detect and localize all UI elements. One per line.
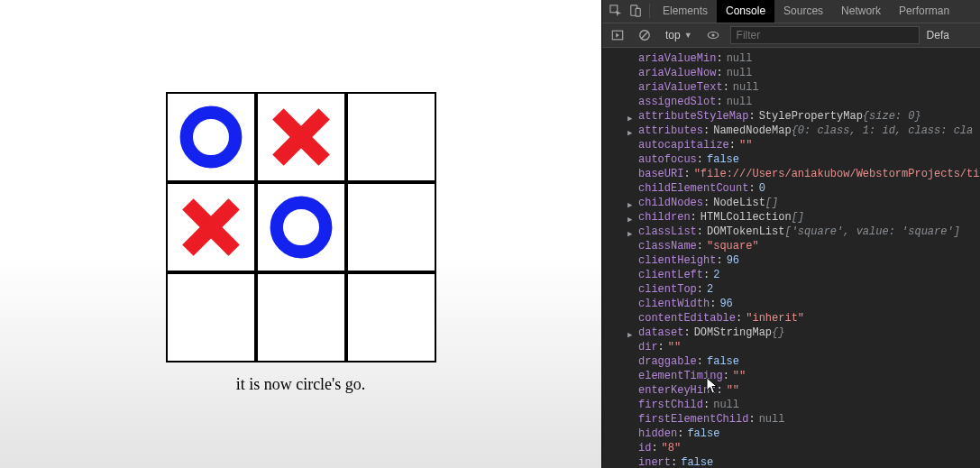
tab-performance[interactable]: Performan — [890, 0, 958, 23]
clear-console-icon[interactable] — [635, 23, 655, 48]
expand-triangle-icon[interactable]: ▶ — [627, 213, 637, 225]
property-key: attributes — [638, 124, 703, 138]
property-row-hidden[interactable]: hidden: false — [602, 427, 980, 441]
property-value-preview: [] — [792, 210, 804, 225]
board-cell-1[interactable] — [256, 92, 346, 182]
board-cell-3[interactable] — [166, 182, 256, 272]
expand-triangle-icon[interactable]: ▶ — [627, 126, 637, 138]
property-row-ariaValueNow[interactable]: ariaValueNow: null — [602, 66, 980, 80]
console-toolbar: top ▼ Defa — [602, 23, 980, 49]
property-key: clientTop — [638, 282, 697, 297]
tab-console[interactable]: Console — [717, 0, 774, 23]
property-value: null — [759, 412, 785, 427]
property-key: autocapitalize — [638, 138, 729, 152]
live-expression-icon[interactable] — [703, 23, 723, 48]
context-selector[interactable]: top ▼ — [662, 29, 696, 41]
board-cell-7[interactable] — [256, 272, 346, 362]
property-value: false — [681, 455, 713, 468]
property-key: clientWidth — [638, 297, 710, 311]
property-row-attributeStyleMap[interactable]: ▶attributeStyleMap: StylePropertyMap {si… — [602, 109, 980, 124]
property-value: 2 — [713, 268, 719, 282]
board-cell-5[interactable] — [346, 182, 436, 272]
tab-sources[interactable]: Sources — [774, 0, 832, 23]
tic-tac-toe-board — [166, 92, 436, 362]
property-value-preview: [] — [765, 196, 778, 210]
game-status-text: it is now circle's go. — [236, 375, 366, 394]
property-key: childNodes — [638, 196, 703, 210]
property-value: false — [707, 354, 739, 369]
board-cell-8[interactable] — [346, 272, 436, 362]
property-value: "square" — [707, 239, 759, 253]
property-value: "" — [668, 340, 681, 354]
property-row-clientLeft[interactable]: clientLeft: 2 — [602, 268, 980, 282]
property-row-classList[interactable]: ▶classList: DOMTokenList ['square', valu… — [602, 225, 980, 239]
console-filter-input[interactable] — [730, 26, 920, 44]
board-cell-2[interactable] — [346, 92, 436, 182]
property-row-clientHeight[interactable]: clientHeight: 96 — [602, 253, 980, 268]
tab-elements[interactable]: Elements — [654, 0, 717, 23]
property-value: "" — [727, 383, 739, 398]
property-key: draggable — [638, 354, 697, 369]
property-row-elementTiming[interactable]: elementTiming: "" — [602, 369, 980, 383]
board-cell-6[interactable] — [166, 272, 256, 362]
property-row-autocapitalize[interactable]: autocapitalize: "" — [602, 138, 980, 152]
property-key: id — [638, 441, 651, 455]
property-row-attributes[interactable]: ▶attributes: NamedNodeMap {0: class, 1: … — [602, 124, 980, 138]
property-value: 96 — [719, 297, 732, 311]
property-value-preview: {size: 0} — [863, 109, 921, 124]
property-key: clientHeight — [638, 253, 716, 268]
property-row-children[interactable]: ▶children: HTMLCollection [] — [602, 210, 980, 225]
inspect-icon[interactable] — [606, 0, 626, 23]
property-row-draggable[interactable]: draggable: false — [602, 354, 980, 369]
property-row-dataset[interactable]: ▶dataset: DOMStringMap {} — [602, 326, 980, 340]
svg-rect-8 — [636, 9, 640, 17]
expand-triangle-icon[interactable]: ▶ — [627, 328, 637, 340]
property-value: 96 — [727, 253, 739, 268]
board-cell-0[interactable] — [166, 92, 256, 182]
property-row-ariaValueText[interactable]: ariaValueText: null — [602, 80, 980, 95]
property-row-firstElementChild[interactable]: firstElementChild: null — [602, 412, 980, 427]
property-key: elementTiming — [638, 369, 723, 383]
board-cell-4[interactable] — [256, 182, 346, 272]
property-key: inert — [638, 455, 671, 468]
toggle-sidebar-icon[interactable] — [608, 23, 627, 48]
property-row-baseURI[interactable]: baseURI: "file:///Users/aniakubow/Websto… — [602, 167, 980, 181]
property-value-preview: {0: class, 1: id, class: cla — [792, 124, 974, 138]
property-value: null — [733, 80, 759, 95]
property-key: children — [638, 210, 691, 225]
property-key: baseURI — [638, 167, 683, 181]
expand-triangle-icon[interactable]: ▶ — [627, 112, 637, 124]
property-row-inert[interactable]: inert: false — [602, 455, 980, 468]
property-value[interactable]: "file:///Users/aniakubow/WebstormProject… — [694, 167, 980, 181]
svg-point-13 — [711, 33, 714, 36]
property-row-ariaValueMin[interactable]: ariaValueMin: null — [602, 51, 980, 66]
property-value: false — [707, 152, 739, 167]
property-row-assignedSlot[interactable]: assignedSlot: null — [602, 95, 980, 109]
property-key: childElementCount — [638, 181, 748, 196]
expand-triangle-icon[interactable]: ▶ — [627, 227, 637, 239]
page-viewport: it is now circle's go. — [0, 0, 601, 468]
cross-mark-icon — [175, 191, 247, 263]
property-row-clientTop[interactable]: clientTop: 2 — [602, 282, 980, 297]
device-toggle-icon[interactable] — [626, 0, 646, 23]
property-key: classList — [638, 225, 697, 239]
property-value: "8" — [662, 441, 682, 455]
property-row-id[interactable]: id: "8" — [602, 441, 980, 455]
property-row-enterKeyHint[interactable]: enterKeyHint: "" — [602, 383, 980, 398]
property-row-childNodes[interactable]: ▶childNodes: NodeList [] — [602, 196, 980, 210]
property-row-contentEditable[interactable]: contentEditable: "inherit" — [602, 311, 980, 326]
property-key: ariaValueNow — [638, 66, 716, 80]
expand-triangle-icon[interactable]: ▶ — [627, 198, 637, 210]
property-row-autofocus[interactable]: autofocus: false — [602, 152, 980, 167]
log-levels-selector[interactable]: Defa — [927, 29, 949, 41]
property-row-childElementCount[interactable]: childElementCount: 0 — [602, 181, 980, 196]
property-key: dir — [638, 340, 658, 354]
property-key: firstElementChild — [638, 412, 748, 427]
console-object-properties[interactable]: ariaValueMin: nullariaValueNow: nullaria… — [602, 48, 980, 468]
property-row-className[interactable]: className: "square" — [602, 239, 980, 253]
property-row-firstChild[interactable]: firstChild: null — [602, 398, 980, 412]
context-selector-label: top — [665, 29, 681, 41]
property-row-dir[interactable]: dir: "" — [602, 340, 980, 354]
property-row-clientWidth[interactable]: clientWidth: 96 — [602, 297, 980, 311]
tab-network[interactable]: Network — [832, 0, 890, 23]
